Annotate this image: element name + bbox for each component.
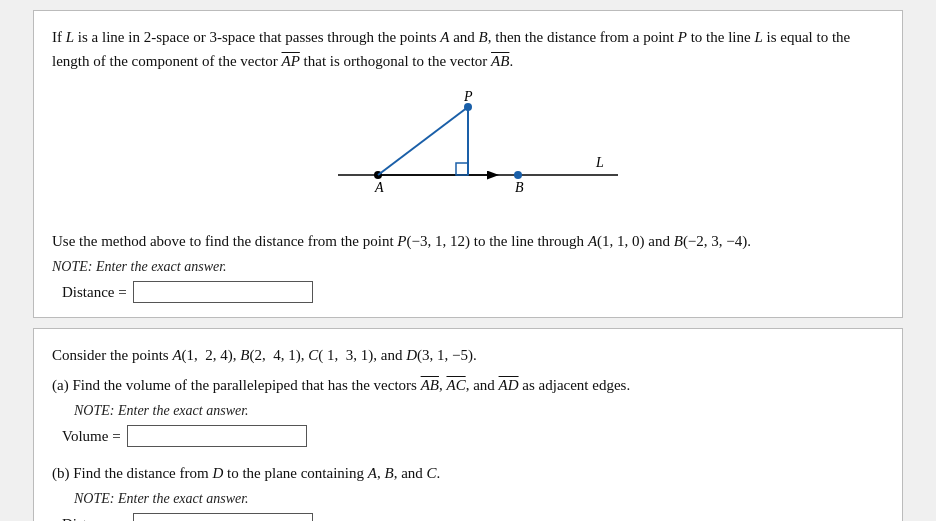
- svg-text:A: A: [374, 180, 384, 195]
- svg-text:B: B: [515, 180, 524, 195]
- svg-text:L: L: [595, 155, 604, 170]
- distance-row-1: Distance =: [62, 281, 884, 303]
- distance-label-1: Distance =: [62, 284, 127, 301]
- distance-input-1[interactable]: [133, 281, 313, 303]
- distance-row-2: Distance =: [62, 513, 884, 521]
- part-a: (a) Find the volume of the parallelepipe…: [52, 373, 884, 447]
- card-2: Consider the points A(1, 2, 4), B(2, 4, …: [33, 328, 903, 521]
- distance-input-2[interactable]: [133, 513, 313, 521]
- theorem-text: If L is a line in 2-space or 3-space tha…: [52, 25, 884, 73]
- line-diagram: A B P L: [278, 85, 658, 215]
- part-b: (b) Find the distance from D to the plan…: [52, 461, 884, 521]
- parta-note: NOTE: Enter the exact answer.: [74, 403, 884, 419]
- svg-line-8: [378, 107, 468, 175]
- card2-intro: Consider the points A(1, 2, 4), B(2, 4, …: [52, 343, 884, 367]
- problem1-note: NOTE: Enter the exact answer.: [52, 259, 884, 275]
- svg-rect-10: [456, 163, 468, 175]
- partb-note: NOTE: Enter the exact answer.: [74, 491, 884, 507]
- diagram: A B P L: [52, 85, 884, 215]
- volume-label: Volume =: [62, 428, 121, 445]
- card-1: If L is a line in 2-space or 3-space tha…: [33, 10, 903, 318]
- problem1-text: Use the method above to find the distanc…: [52, 229, 884, 253]
- svg-point-4: [514, 171, 522, 179]
- svg-text:P: P: [463, 89, 473, 104]
- parta-text: (a) Find the volume of the parallelepipe…: [52, 373, 884, 397]
- volume-row: Volume =: [62, 425, 884, 447]
- distance-label-2: Distance =: [62, 516, 127, 522]
- volume-input[interactable]: [127, 425, 307, 447]
- partb-text: (b) Find the distance from D to the plan…: [52, 461, 884, 485]
